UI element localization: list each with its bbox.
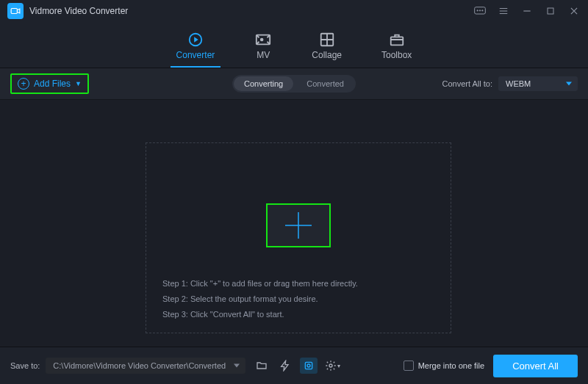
mv-icon	[254, 31, 272, 48]
feedback-icon[interactable]	[473, 4, 487, 18]
work-area: Step 1: Click "+" to add files or drag t…	[0, 100, 588, 349]
convert-all-button[interactable]: Convert All	[493, 355, 578, 377]
save-path-select[interactable]: C:\Vidmore\Vidmore Video Converter\Conve…	[46, 358, 245, 374]
output-format-value: WEBM	[506, 79, 531, 88]
checkbox-icon	[404, 361, 414, 371]
footer-bar: Save to: C:\Vidmore\Vidmore Video Conver…	[0, 347, 588, 384]
tab-mv[interactable]: MV	[251, 28, 275, 68]
svg-point-3	[479, 10, 480, 11]
toolbox-icon	[388, 31, 406, 48]
save-path-value: C:\Vidmore\Vidmore Video Converter\Conve…	[53, 361, 226, 370]
svg-rect-11	[306, 362, 312, 369]
add-files-plus-button[interactable]	[266, 203, 331, 247]
convert-all-to-label: Convert All to:	[442, 79, 492, 88]
subtab-group: Converting Converted	[232, 75, 356, 93]
svg-point-8	[261, 39, 263, 41]
tab-toolbox[interactable]: Toolbox	[379, 28, 415, 68]
save-to-label: Save to:	[10, 361, 40, 370]
maximize-button[interactable]	[544, 4, 557, 18]
app-title: Vidmore Video Converter	[29, 6, 128, 16]
subtab-converted[interactable]: Converted	[296, 76, 354, 91]
step-2: Step 2: Select the output format you des…	[162, 291, 434, 307]
hw-accel-on-button[interactable]	[300, 358, 318, 374]
svg-rect-10	[390, 37, 403, 45]
converter-icon	[187, 31, 204, 48]
hw-accel-off-button[interactable]	[276, 358, 294, 374]
tab-label: Collage	[312, 50, 342, 60]
merge-checkbox[interactable]: Merge into one file	[404, 361, 485, 371]
step-3: Step 3: Click "Convert All" to start.	[162, 307, 434, 322]
svg-point-12	[307, 364, 310, 367]
tab-converter[interactable]: Converter	[173, 28, 218, 68]
tab-label: MV	[257, 50, 270, 60]
minimize-button[interactable]	[520, 4, 534, 18]
app-logo	[7, 3, 24, 19]
collage-icon	[318, 31, 336, 48]
tab-label: Toolbox	[381, 50, 412, 60]
title-bar: Vidmore Video Converter	[0, 0, 588, 22]
plus-circle-icon: +	[18, 78, 29, 90]
plus-icon	[282, 209, 315, 242]
svg-rect-0	[11, 9, 17, 14]
svg-point-2	[477, 10, 478, 11]
chevron-down-icon: ▼	[75, 80, 82, 87]
instructions: Step 1: Click "+" to add files or drag t…	[162, 276, 434, 322]
svg-point-4	[482, 10, 483, 11]
step-1: Step 1: Click "+" to add files or drag t…	[162, 276, 434, 291]
svg-rect-5	[548, 8, 553, 14]
merge-label: Merge into one file	[418, 361, 485, 370]
main-tabs: Converter MV Collage Toolbox	[0, 22, 588, 68]
drop-zone[interactable]: Step 1: Click "+" to add files or drag t…	[146, 142, 451, 333]
menu-icon[interactable]	[497, 4, 510, 18]
subtab-converting[interactable]: Converting	[234, 76, 293, 91]
settings-button[interactable]: ▾	[323, 358, 341, 374]
tab-collage[interactable]: Collage	[309, 28, 345, 68]
open-folder-button[interactable]	[253, 358, 270, 374]
add-files-label: Add Files	[34, 79, 71, 89]
output-format-select[interactable]: WEBM	[498, 76, 578, 91]
convert-all-label: Convert All	[512, 361, 559, 372]
tab-label: Converter	[176, 50, 215, 60]
svg-point-13	[329, 364, 332, 367]
toolbar: + Add Files ▼ Converting Converted Conve…	[0, 68, 588, 100]
close-button[interactable]	[567, 4, 581, 18]
add-files-button[interactable]: + Add Files ▼	[10, 73, 89, 94]
